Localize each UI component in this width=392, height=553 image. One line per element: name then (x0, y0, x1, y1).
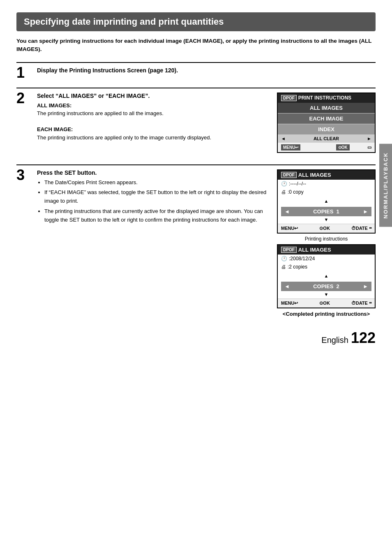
screen-title: PRINT INSTRUCTIONS (298, 95, 351, 101)
date-value-1: :----/--/-- (289, 181, 306, 187)
completed-label: <Completed printing instructions> (277, 311, 376, 317)
step-2-number: 2 (16, 91, 37, 106)
divider-1 (16, 62, 376, 63)
step-3-title: Press the SET button. (37, 169, 269, 176)
step-2-title: Select “ALL IMAGES” or “EACH IMAGE”. (37, 93, 269, 99)
allclear-label: ALL CLEAR (314, 136, 339, 141)
step-3-ui: DPOF ALL IMAGES 🕐 :----/--/-- 🖨 :0 copy … (277, 169, 376, 317)
copies-bar2-arrow-right: ► (363, 283, 368, 289)
copy-icon-2: 🖨 (281, 264, 286, 270)
copies-bar2-arrow-left: ◄ (284, 283, 290, 289)
screen3-header: DPOF ALL IMAGES (278, 245, 375, 255)
all-images-text: The printing instructions are applied to… (37, 110, 164, 116)
bullet-1: The Date/Copies Print Screen appears. (44, 178, 269, 187)
set-ok-btn-2: ⊙OK (319, 301, 330, 306)
arrow-up-1: ▲ (278, 199, 375, 204)
menu-index: INDEX (278, 124, 375, 135)
dpof-badge-3: DPOF (281, 247, 297, 253)
copy-icon-1: 🖨 (281, 189, 286, 195)
screen2-title: ALL IMAGES (298, 172, 331, 178)
step-3-bullets: The Date/Copies Print Screen appears. If… (37, 178, 269, 224)
divider-3 (16, 164, 376, 165)
bullet-3: The printing instructions that are curre… (44, 207, 269, 224)
each-image-label: EACH IMAGE: (37, 126, 73, 132)
copy-row-2: 🖨 :2 copies (278, 263, 375, 271)
screen3-title: ALL IMAGES (298, 247, 331, 253)
all-images-label: ALL IMAGES: (37, 102, 71, 109)
clock-icon: 🕐 (281, 181, 287, 187)
menu-all-images: ALL IMAGES (278, 103, 375, 113)
screen1-footer: MENU↩ ⊙OK ⏱DATE ▭ (278, 224, 375, 233)
step-3-number: 3 (16, 168, 37, 183)
step-2-text: Select “ALL IMAGES” or “EACH IMAGE”. ALL… (37, 93, 269, 142)
copies-bar-arrow-left: ◄ (284, 208, 290, 215)
page-title: Specifying date imprinting and print qua… (16, 12, 376, 31)
bullet-2: If “EACH IMAGE” was selected, toggle the… (44, 188, 269, 206)
step-2-ui: DPOF PRINT INSTRUCTIONS ALL IMAGES EACH … (277, 93, 376, 157)
print-instructions-screen: DPOF PRINT INSTRUCTIONS ALL IMAGES EACH … (277, 93, 376, 153)
intro-text: You can specify printing instructions fo… (16, 37, 376, 54)
menu-button: MENU↩ (281, 144, 300, 150)
screen2-header: DPOF ALL IMAGES (278, 170, 375, 180)
screen-header: DPOF PRINT INSTRUCTIONS (278, 93, 375, 103)
set-ok-button: ⊙OK (336, 144, 350, 150)
footer-lang: English (321, 336, 348, 345)
copy-row-1: 🖨 :0 copy (278, 188, 375, 196)
footer-right-icon: ▭ (367, 145, 371, 150)
arrow-up-2: ▲ (278, 273, 375, 278)
step-3-text: Press the SET button. The Date/Copies Pr… (37, 169, 269, 226)
arrow-right-allclear: ► (367, 136, 371, 141)
menu-each-image: EACH IMAGE (278, 113, 375, 124)
date-value-2: :2008/12/24 (289, 256, 315, 261)
menu-btn-2: MENU↩ (281, 301, 298, 306)
arrow-down-1: ▼ (278, 217, 375, 222)
footer-page: 122 (351, 329, 376, 347)
step-2-row: 2 Select “ALL IMAGES” or “EACH IMAGE”. A… (16, 93, 376, 157)
screen-footer: MENU↩ ⊙OK ▭ (278, 142, 375, 152)
divider-2 (16, 88, 376, 88)
menu-allclear-row: ◄ ALL CLEAR ► (278, 135, 375, 142)
sidebar-label: NORMAL/PLAYBACK (383, 152, 389, 219)
copies-screen-2: DPOF ALL IMAGES 🕐 :2008/12/24 🖨 :2 copie… (277, 244, 376, 308)
copies-bar-label: COPIES 1 (313, 208, 339, 215)
date-btn-1: ⏱DATE ▭ (351, 226, 371, 231)
copy-value-2: :2 copies (288, 264, 307, 270)
clock-icon-2: 🕐 (281, 256, 287, 261)
copies-bar-arrow-right: ► (363, 208, 368, 215)
arrow-left-allclear: ◄ (281, 136, 286, 141)
copies-bar2-label: COPIES 2 (313, 283, 339, 289)
step-1-row: 1 Display the Printing Instructions Scre… (16, 67, 376, 80)
step-1-number: 1 (16, 65, 37, 80)
step-1-content: Display the Printing Instructions Screen… (37, 67, 376, 76)
step-2-content: Select “ALL IMAGES” or “EACH IMAGE”. ALL… (37, 93, 376, 157)
menu-btn-1: MENU↩ (281, 226, 298, 231)
copies-screen-1: DPOF ALL IMAGES 🕐 :----/--/-- 🖨 :0 copy … (277, 169, 376, 234)
printing-instructions-label: Printing instructions (277, 236, 376, 242)
step-2-layout: Select “ALL IMAGES” or “EACH IMAGE”. ALL… (37, 93, 376, 157)
step-3-row: 3 Press the SET button. The Date/Copies … (16, 169, 376, 317)
dpof-badge-2: DPOF (281, 172, 297, 178)
copy-value-1: :0 copy (288, 189, 304, 195)
screen2-footer: MENU↩ ⊙OK ⏱DATE ▭ (278, 298, 375, 308)
page-footer: English 122 (16, 329, 376, 347)
set-ok-btn-1: ⊙OK (319, 226, 330, 231)
step-2-body: ALL IMAGES: The printing instructions ar… (37, 102, 269, 142)
copies-bar-1: ◄ COPIES 1 ► (281, 207, 371, 216)
date-row-2: 🕐 :2008/12/24 (278, 255, 375, 263)
date-row-1: 🕐 :----/--/-- (278, 180, 375, 188)
copies-bar-2: ◄ COPIES 2 ► (281, 282, 371, 291)
dpof-badge: DPOF (281, 95, 297, 101)
step-3-content: Press the SET button. The Date/Copies Pr… (37, 169, 376, 317)
step-1-title: Display the Printing Instructions Screen… (37, 67, 376, 74)
arrow-down-2: ▼ (278, 292, 375, 297)
date-btn-2: ⏱DATE ▭ (351, 301, 371, 305)
each-image-text: The printing instructions are applied on… (37, 134, 211, 141)
step-3-layout: Press the SET button. The Date/Copies Pr… (37, 169, 376, 317)
sidebar-tab: NORMAL/PLAYBACK (379, 144, 392, 227)
